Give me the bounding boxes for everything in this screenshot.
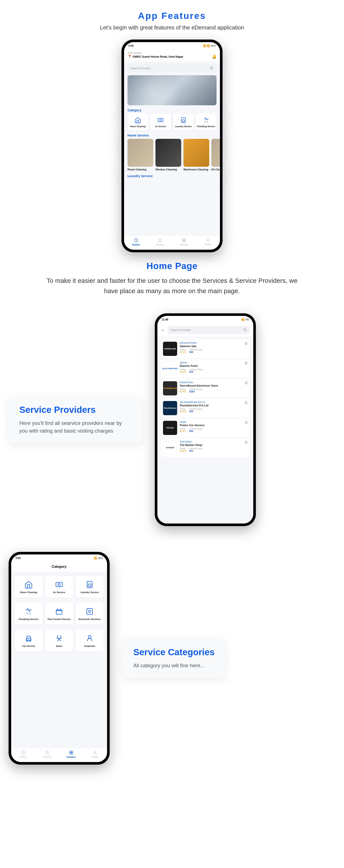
category-item[interactable]: Laundry Service — [173, 114, 194, 130]
svg-rect-8 — [182, 239, 183, 240]
svg-point-20 — [89, 610, 91, 613]
nav-icon — [182, 238, 187, 243]
provider-logo: PISTON — [163, 421, 177, 435]
category-icon — [85, 633, 94, 643]
category-grid-item[interactable]: Salon — [45, 630, 73, 651]
categories-title: Service Categories — [133, 647, 214, 657]
bookmark-icon[interactable] — [245, 381, 248, 385]
category-grid-item[interactable]: Car Service — [15, 630, 42, 651]
features-title: App Features — [0, 11, 344, 21]
bookmark-icon[interactable] — [245, 440, 248, 445]
provider-card[interactable]: PISTON emarik Piston Car Service Rating★… — [161, 418, 250, 437]
svg-rect-29 — [71, 753, 73, 754]
category-icon — [85, 607, 94, 616]
back-arrow-icon[interactable]: ← — [161, 328, 165, 333]
svg-rect-9 — [184, 239, 185, 240]
bookmark-icon[interactable] — [245, 401, 248, 405]
service-item[interactable]: Washroom Cleaning — [183, 139, 209, 171]
provider-card[interactable]: STORMBRAND Rashmi Hirani StormBrand Elec… — [161, 379, 250, 398]
category-grid-item[interactable]: Laundry Service — [76, 576, 104, 598]
svg-rect-19 — [87, 609, 93, 614]
home-service-section-label: Home Service — [124, 130, 220, 139]
nav-profile[interactable]: Profile — [83, 750, 107, 758]
svg-point-3 — [160, 119, 162, 121]
category-page-title: Category — [11, 562, 107, 571]
svg-point-5 — [182, 120, 185, 122]
service-image — [155, 139, 181, 167]
svg-rect-27 — [71, 751, 73, 752]
service-item[interactable]: Room Cleaning — [127, 139, 153, 171]
category-icon — [54, 580, 64, 589]
home-phone-mockup: 3:53 📶 📶 42% Your Location 📍 GMDC Guest … — [121, 39, 223, 252]
category-grid-item[interactable]: Electronic Services — [76, 603, 104, 624]
category-icon — [85, 580, 94, 589]
features-subtitle: Let's begin with great features of the e… — [0, 24, 344, 31]
service-image — [183, 139, 209, 167]
svg-rect-2 — [158, 118, 163, 122]
categories-side-card: Service Categories All category you will… — [122, 639, 225, 678]
bookmark-icon[interactable] — [245, 421, 248, 425]
nav-profile[interactable]: Profile — [196, 238, 220, 246]
provider-card[interactable]: HURRICANE eDemand Partner Spacios Spa Ra… — [161, 340, 250, 358]
service-image — [211, 139, 220, 167]
providers-side-card: Service Providers Here you'll find all s… — [9, 396, 142, 443]
service-item[interactable]: Kit Cle — [211, 139, 220, 171]
nav-booking[interactable]: Booking — [148, 238, 172, 246]
provider-logo: BARBER — [163, 440, 177, 455]
provider-name: Piston Car Service — [180, 424, 248, 427]
provider-name: PlumbService Pvt Ltd — [180, 404, 248, 407]
nav-icon — [45, 750, 50, 755]
bookmark-icon[interactable] — [245, 362, 248, 366]
nav-explore[interactable]: Explore — [11, 750, 35, 758]
service-item[interactable]: Window Cleaning — [155, 139, 181, 171]
provider-partner: eDemand Partner — [180, 342, 248, 344]
category-item[interactable]: Ac Service — [150, 114, 171, 130]
nav-category[interactable]: Category — [59, 750, 83, 758]
svg-point-22 — [29, 640, 31, 642]
provider-card[interactable]: PlumbService divy PlumbService Pvt Ltd P… — [161, 399, 250, 417]
provider-logo: ELECTRICPOINT — [163, 362, 177, 376]
nav-icon — [21, 750, 26, 755]
svg-point-30 — [94, 751, 96, 753]
category-icon — [54, 633, 64, 643]
hero-banner[interactable] — [127, 75, 217, 105]
svg-rect-15 — [56, 582, 62, 587]
bookmark-icon[interactable] — [245, 342, 248, 346]
provider-name: Spacios Spa — [180, 344, 248, 348]
service-image — [127, 139, 153, 167]
provider-card[interactable]: ELECTRICPOINT Jignesh Electric Point Rat… — [161, 359, 250, 378]
category-grid-item[interactable]: Pest Control Service — [45, 603, 73, 624]
search-bar[interactable]: Search Provider — [168, 326, 250, 334]
nav-explore[interactable]: Explore — [124, 238, 148, 246]
svg-rect-28 — [69, 753, 71, 754]
provider-card[interactable]: BARBER Tulsi Kothari The Barber Shop Rat… — [161, 438, 250, 457]
search-bar[interactable]: Search Provider — [127, 64, 217, 73]
categories-phone-mockup: 3:54 📶 42% Category Home CleaningAc Serv… — [9, 552, 110, 765]
svg-point-12 — [207, 239, 209, 240]
home-page-desc: To make it easier and faster for the use… — [43, 276, 301, 296]
category-grid-item[interactable]: Ac Service — [45, 576, 73, 598]
location-pin-icon: 📍 — [127, 55, 132, 59]
nav-booking[interactable]: Booking — [35, 750, 59, 758]
search-icon — [210, 66, 213, 70]
category-item[interactable]: Plumbing Service — [196, 114, 217, 130]
svg-rect-7 — [159, 239, 162, 242]
provider-partner: Jignesh — [180, 362, 248, 364]
svg-rect-26 — [69, 751, 71, 752]
notification-bell-icon[interactable]: 🔔 — [212, 54, 217, 59]
svg-point-18 — [88, 584, 91, 587]
status-bar: 3:54 📶 42% — [11, 554, 107, 562]
nav-icon — [205, 238, 210, 243]
category-grid-item[interactable]: Home Cleaning — [15, 576, 42, 598]
nav-icon — [69, 750, 74, 755]
svg-rect-25 — [46, 751, 49, 754]
nav-category[interactable]: Category — [172, 238, 196, 246]
category-grid-item[interactable]: Plumbing Service — [15, 603, 42, 624]
location-text[interactable]: GMDC Guest House Road, Uma Nagar — [133, 55, 183, 58]
provider-partner: emarik — [180, 421, 248, 423]
search-icon — [243, 328, 247, 332]
category-icon — [24, 607, 33, 616]
svg-line-14 — [246, 331, 247, 331]
category-grid-item[interactable]: Carpenter — [76, 630, 104, 651]
category-item[interactable]: Home Cleaning — [127, 114, 148, 130]
